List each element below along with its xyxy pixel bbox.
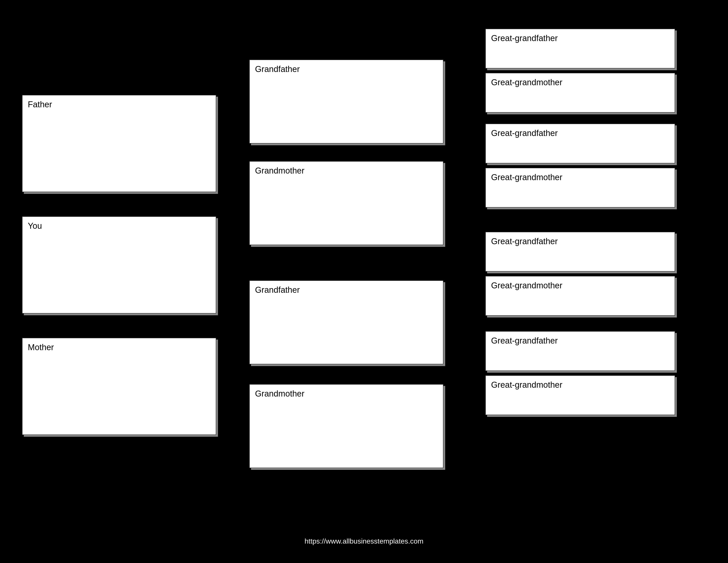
family-tree: Father You Mother Grandfather Grandmothe… — [0, 0, 728, 563]
gg5-box: Great-grandfather — [485, 232, 675, 271]
gg6-label: Great-grandmother — [491, 281, 562, 290]
gg1-label: Great-grandfather — [491, 34, 558, 43]
gg8-label: Great-grandmother — [491, 380, 562, 390]
father-label: Father — [28, 100, 52, 109]
mother-label: Mother — [28, 343, 54, 352]
gg2-label: Great-grandmother — [491, 78, 562, 87]
grandmother2-label: Grandmother — [255, 389, 304, 398]
you-box: You — [22, 216, 216, 314]
grandmother1-label: Grandmother — [255, 166, 304, 175]
gg1-box: Great-grandfather — [485, 29, 675, 68]
gg7-label: Great-grandfather — [491, 336, 558, 345]
gg6-box: Great-grandmother — [485, 276, 675, 316]
you-label: You — [28, 221, 42, 230]
gg8-box: Great-grandmother — [485, 375, 675, 415]
gg2-box: Great-grandmother — [485, 73, 675, 113]
gg3-box: Great-grandfather — [485, 124, 675, 163]
gg4-label: Great-grandmother — [491, 173, 562, 182]
gg3-label: Great-grandfather — [491, 128, 558, 138]
grandfather2-label: Grandfather — [255, 285, 300, 295]
gg5-label: Great-grandfather — [491, 237, 558, 246]
gg7-box: Great-grandfather — [485, 331, 675, 371]
mother-box: Mother — [22, 338, 216, 435]
footer: https://www.allbusinesstemplates.com — [0, 537, 728, 545]
grandmother1-box: Grandmother — [249, 161, 443, 245]
footer-text: https://www.allbusinesstemplates.com — [305, 537, 424, 545]
father-box: Father — [22, 95, 216, 192]
grandfather2-box: Grandfather — [249, 280, 443, 364]
grandmother2-box: Grandmother — [249, 384, 443, 468]
gg4-box: Great-grandmother — [485, 168, 675, 207]
grandfather1-box: Grandfather — [249, 60, 443, 143]
grandfather1-label: Grandfather — [255, 64, 300, 74]
